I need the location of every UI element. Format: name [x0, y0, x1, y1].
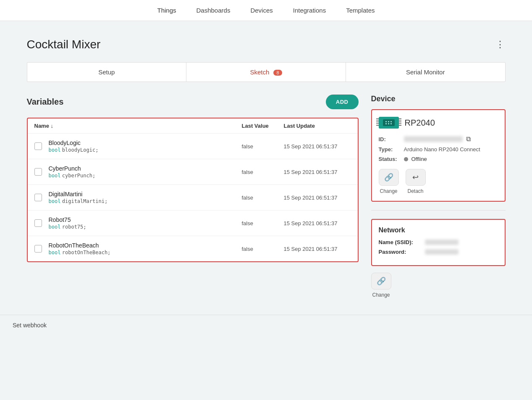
device-section-title: Device — [371, 95, 506, 103]
chip-dot — [388, 121, 389, 122]
var-update-4: 15 Sep 2021 06:51:37 — [284, 220, 351, 226]
table-row: DigitalMartini bool digitalMartini; fals… — [28, 185, 358, 211]
var-name-3: DigitalMartini — [49, 191, 242, 197]
more-options-icon[interactable]: ⋮ — [495, 39, 506, 50]
device-actions: 🔗 Change ↩ Detach — [379, 169, 498, 194]
network-password-row: Password: — [379, 249, 498, 255]
device-box: RP2040 ID: ⧉ Type: Arduino Nano RP2040 C… — [371, 109, 506, 202]
col-name-header: Name ↓ — [34, 123, 242, 129]
table-row: BloodyLogic bool bloodyLogic; false 15 S… — [28, 134, 358, 159]
device-type-row: Type: Arduino Nano RP2040 Connect — [379, 146, 498, 153]
network-password-label: Password: — [379, 249, 425, 255]
device-id-row: ID: ⧉ — [379, 135, 498, 143]
var-value-5: false — [242, 246, 284, 252]
table-row: RobotOnTheBeach bool robotOnTheBeach; fa… — [28, 236, 358, 261]
nav-integrations[interactable]: Integrations — [293, 1, 326, 20]
right-panel: Device — [371, 95, 506, 298]
chip-dot — [385, 123, 387, 124]
detach-icon: ↩ — [406, 169, 426, 186]
var-value-1: false — [242, 143, 284, 150]
chip-dot — [390, 123, 392, 124]
network-password-value — [425, 249, 459, 255]
device-status-value: Offline — [411, 156, 427, 162]
var-id-5: robotOnTheBeach; — [62, 250, 111, 255]
var-type-4: bool — [49, 224, 61, 230]
nav-dashboards[interactable]: Dashboards — [197, 1, 231, 20]
network-ssid-value — [425, 239, 459, 245]
detach-label: Detach — [407, 188, 423, 194]
network-box: Network Name (SSID): Password: — [371, 219, 506, 266]
change-label: Change — [380, 188, 397, 194]
bottom-bar: Set webhook — [0, 315, 532, 335]
row-checkbox-1[interactable] — [34, 142, 42, 150]
title-bar: Cocktail Mixer ⋮ — [27, 29, 506, 55]
variables-table: Name ↓ Last Value Last Update BloodyLogi… — [27, 118, 359, 262]
divider — [371, 210, 506, 211]
row-checkbox-3[interactable] — [34, 194, 42, 201]
change-device-button[interactable]: 🔗 Change — [379, 169, 399, 194]
row-checkbox-5[interactable] — [34, 245, 42, 253]
table-row: CyberPunch bool cyberPunch; false 15 Sep… — [28, 159, 358, 185]
var-code-3: bool digitalMartini; — [49, 198, 108, 204]
var-type-1: bool — [49, 147, 61, 153]
var-update-3: 15 Sep 2021 06:51:37 — [284, 195, 351, 201]
var-code-1: bool bloodyLogic; — [49, 147, 99, 153]
var-name-col-4: Robot75 bool robot75; — [49, 216, 242, 230]
network-change-icon: 🔗 — [371, 273, 391, 289]
sketch-badge: 8 — [273, 70, 282, 76]
var-type-2: bool — [49, 173, 61, 179]
var-id-4: robot75; — [62, 224, 86, 230]
chip-inner — [383, 119, 395, 126]
nav-templates[interactable]: Templates — [346, 1, 375, 20]
device-type-label: Type: — [379, 146, 404, 153]
variables-title: Variables — [27, 97, 64, 107]
col-update-header: Last Update — [284, 123, 351, 129]
var-name-1: BloodyLogic — [49, 139, 242, 146]
var-name-2: CyberPunch — [49, 165, 242, 172]
chip-icon — [379, 117, 399, 129]
chip-dot — [388, 123, 389, 124]
page-content: Cocktail Mixer ⋮ Setup Sketch 8 Serial M… — [14, 21, 518, 306]
network-title: Network — [379, 226, 498, 234]
main-layout: Variables ADD Name ↓ Last Value Last Upd… — [27, 95, 506, 298]
device-status-row: Status: Offline — [379, 156, 498, 162]
device-id-label: ID: — [379, 136, 404, 142]
nav-things[interactable]: Things — [157, 1, 176, 20]
tabs-bar: Setup Sketch 8 Serial Monitor — [27, 62, 506, 82]
row-checkbox-4[interactable] — [34, 219, 42, 227]
chip-dots — [385, 121, 392, 124]
variables-header: Variables ADD — [27, 95, 359, 109]
var-id-3: digitalMartini; — [62, 198, 107, 204]
tab-setup[interactable]: Setup — [27, 63, 187, 82]
network-change-label: Change — [372, 292, 390, 298]
device-type-value: Arduino Nano RP2040 Connect — [404, 146, 480, 153]
tab-sketch[interactable]: Sketch 8 — [186, 63, 346, 82]
device-name: RP2040 — [405, 118, 435, 128]
add-variable-button[interactable]: ADD — [326, 95, 359, 109]
network-ssid-row: Name (SSID): — [379, 239, 498, 245]
top-nav: Things Dashboards Devices Integrations T… — [0, 0, 532, 21]
var-update-1: 15 Sep 2021 06:51:37 — [284, 143, 351, 150]
copy-icon[interactable]: ⧉ — [466, 135, 471, 143]
tab-serial-monitor[interactable]: Serial Monitor — [346, 63, 505, 82]
change-icon: 🔗 — [379, 169, 399, 186]
table-header: Name ↓ Last Value Last Update — [28, 118, 358, 134]
var-name-5: RobotOnTheBeach — [49, 242, 242, 249]
chip-dot — [385, 121, 387, 122]
var-value-3: false — [242, 195, 284, 201]
webhook-label[interactable]: Set webhook — [13, 322, 47, 329]
status-dot-icon — [404, 157, 408, 161]
nav-devices[interactable]: Devices — [250, 1, 273, 20]
var-name-col-5: RobotOnTheBeach bool robotOnTheBeach; — [49, 242, 242, 255]
var-name-col-2: CyberPunch bool cyberPunch; — [49, 165, 242, 179]
change-network-button[interactable]: 🔗 Change — [371, 273, 391, 298]
row-checkbox-2[interactable] — [34, 168, 42, 176]
detach-device-button[interactable]: ↩ Detach — [406, 169, 426, 194]
var-name-col-1: BloodyLogic bool bloodyLogic; — [49, 139, 242, 153]
var-value-2: false — [242, 169, 284, 175]
page-title: Cocktail Mixer — [27, 38, 101, 51]
device-status-label: Status: — [379, 156, 404, 162]
var-value-4: false — [242, 220, 284, 226]
device-header: RP2040 — [379, 117, 498, 129]
var-update-2: 15 Sep 2021 06:51:37 — [284, 169, 351, 175]
